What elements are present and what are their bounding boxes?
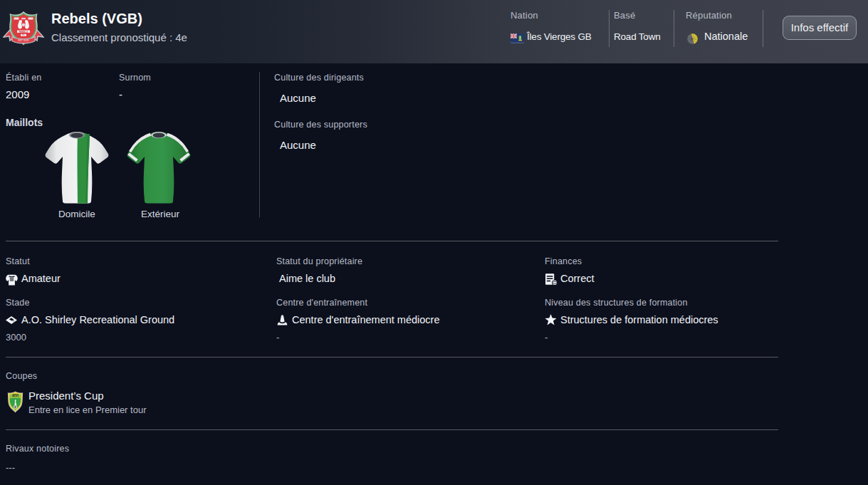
svg-text:BVI: BVI [12, 393, 19, 397]
svg-text:EST 2009: EST 2009 [18, 39, 28, 42]
svg-text:REBELS: REBELS [19, 31, 28, 33]
svg-text:FC: FC [22, 33, 25, 36]
